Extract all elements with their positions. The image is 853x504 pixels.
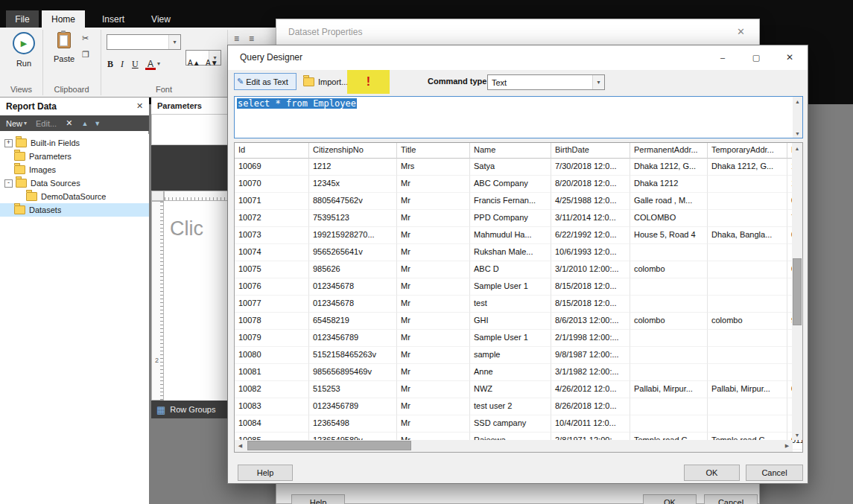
scroll-up-icon[interactable]: ▲ [793, 97, 802, 106]
delete-button[interactable]: ✕ [66, 118, 72, 128]
font-name-combo[interactable]: ▾ [107, 34, 181, 50]
align-center-button[interactable]: ≡ [249, 34, 261, 44]
close-button[interactable]: ✕ [776, 47, 804, 68]
table-row[interactable]: 10073199215928270...MrMahmudul Ha...6/22… [235, 227, 802, 244]
table-cell [630, 415, 708, 433]
query-editor-scrollbar[interactable]: ▲ ▼ [793, 97, 802, 138]
new-button[interactable]: New [6, 119, 22, 128]
table-row[interactable]: 1007865458219MrGHI8/6/2013 12:00:...colo… [235, 313, 802, 330]
tree-item-parameters[interactable]: Parameters [0, 150, 149, 163]
minimize-button[interactable]: – [708, 47, 737, 68]
column-header[interactable]: TemporaryAddr... [708, 143, 787, 159]
scroll-left-icon[interactable]: ◀ [235, 440, 246, 452]
tree-item-demodatasource[interactable]: DemoDataSource [0, 190, 149, 203]
parameters-list[interactable] [151, 114, 231, 145]
grow-font-button[interactable]: A▲ [188, 59, 204, 71]
move-up-button[interactable]: ▲ [81, 120, 88, 127]
table-cell: 1212 [309, 159, 397, 176]
table-row[interactable]: 100691212MrsSatya7/30/2018 12:0...Dhaka … [235, 159, 802, 176]
font-color-dropdown[interactable]: ▾ [157, 60, 165, 71]
dataset-properties-help-button[interactable]: Help [291, 494, 345, 504]
ribbon-tab-home[interactable]: Home [42, 10, 85, 28]
run-button[interactable]: ▶ Run [7, 32, 40, 81]
table-row[interactable]: 10076012345678MrSample User 18/15/2018 1… [235, 278, 802, 296]
edit-as-text-button[interactable]: ✎ Edit as Text [234, 73, 297, 90]
column-header[interactable]: Id [235, 143, 309, 159]
canvas-title-placeholder[interactable]: Clic [170, 217, 203, 240]
tree-item-datasets[interactable]: Datasets [0, 203, 149, 217]
table-row[interactable]: 10081985656895469vMrAnne3/1/1982 12:00:.… [235, 364, 802, 381]
table-row[interactable]: 100749565265641vMrRukshan Male...10/6/19… [235, 244, 802, 261]
ribbon-tab-view[interactable]: View [143, 10, 179, 28]
run-query-button[interactable]: ! [367, 75, 370, 89]
table-row[interactable]: 100830123456789Mrtest user 28/26/2018 12… [235, 398, 802, 415]
close-icon[interactable]: ✕ [737, 26, 745, 37]
cut-button[interactable]: ✂ [82, 34, 95, 45]
italic-button[interactable]: I [121, 59, 130, 71]
bold-button[interactable]: B [107, 59, 118, 71]
expand-icon[interactable]: + [4, 139, 13, 147]
query-text-editor[interactable]: select * from Employee ▲ ▼ [234, 96, 803, 138]
dataset-properties-ok-button[interactable]: OK [643, 494, 697, 504]
design-canvas[interactable]: Clic [164, 201, 231, 401]
tree-item-images[interactable]: Images [0, 163, 149, 176]
query-designer-titlebar[interactable]: Query Designer – ▢ ✕ [228, 45, 808, 70]
copy-button[interactable]: ❐ [82, 50, 95, 62]
scroll-down-icon[interactable]: ▼ [793, 129, 802, 138]
maximize-button[interactable]: ▢ [742, 47, 770, 68]
command-type-select[interactable]: Text ▾ [487, 74, 605, 90]
table-row[interactable]: 100718805647562vMrFrancis Fernan...4/25/… [235, 193, 802, 210]
tree-item-data-sources[interactable]: -Data Sources [0, 176, 149, 190]
tree-item-label: Images [29, 165, 56, 174]
close-icon[interactable]: ✕ [136, 101, 143, 111]
shrink-font-button[interactable]: A▼ [206, 59, 222, 71]
scroll-up-icon[interactable]: ▲ [792, 143, 802, 153]
dataset-properties-title: Dataset Properties [288, 27, 362, 37]
tree-item-built-in-fields[interactable]: +Built-in Fields [0, 136, 149, 150]
table-cell [708, 244, 787, 261]
grid-vertical-scrollbar[interactable]: ▲ ▼ [792, 143, 802, 440]
table-row[interactable]: 100805152158465263vMrsample9/8/1987 12:0… [235, 347, 802, 364]
align-left-button[interactable]: ≡ [234, 34, 246, 44]
column-header[interactable]: CitizenshipNo [309, 143, 397, 159]
help-button[interactable]: Help [238, 465, 293, 481]
move-down-button[interactable]: ▼ [94, 120, 101, 127]
table-row[interactable]: 10082515253MrNWZ4/26/2012 12:0...Pallabi… [235, 381, 802, 398]
dataset-properties-cancel-button[interactable]: Cancel [704, 494, 758, 504]
column-header[interactable]: BirthDate [551, 143, 630, 159]
chevron-down-icon[interactable]: ▾ [592, 75, 604, 89]
chevron-down-icon[interactable]: ▾ [168, 35, 180, 49]
scroll-right-icon[interactable]: ▶ [781, 440, 793, 452]
column-header[interactable]: Title [397, 143, 470, 159]
chevron-down-icon[interactable]: ▾ [24, 120, 27, 127]
dataset-properties-titlebar[interactable]: Dataset Properties ✕ [276, 19, 759, 45]
table-row[interactable]: 1008412365498MrSSD campany10/4/2011 12:0… [235, 415, 802, 433]
font-color-button[interactable]: A [145, 59, 156, 71]
column-header[interactable]: Name [470, 143, 551, 159]
cancel-button[interactable]: Cancel [746, 465, 803, 481]
views-group-label: Views [0, 85, 42, 94]
horizontal-scroll-thumb[interactable] [247, 441, 411, 450]
import-button[interactable]: Import... [302, 73, 354, 90]
table-row[interactable]: 1007275395123MrPPD Company3/11/2014 12:0… [235, 210, 802, 227]
grid-horizontal-scrollbar[interactable]: ◀ ▶ [235, 440, 793, 452]
table-row[interactable]: 10077012345678Mrtest8/15/2018 12:0... [235, 296, 802, 313]
paste-button[interactable]: Paste [49, 32, 79, 81]
ok-button[interactable]: OK [684, 465, 740, 481]
scroll-down-icon[interactable]: ▼ [792, 430, 802, 440]
collapse-icon[interactable]: - [4, 179, 13, 188]
column-header[interactable]: PermanentAddr... [630, 143, 708, 159]
table-cell: 75395123 [309, 210, 397, 227]
edit-button[interactable]: Edit... [36, 119, 57, 128]
ribbon-tab-insert[interactable]: Insert [92, 10, 134, 28]
ribbon-tab-file[interactable]: File [6, 10, 39, 28]
table-row[interactable]: 10075985626MrABC D3/1/2010 12:00:...colo… [235, 261, 802, 278]
underline-button[interactable]: U [132, 59, 141, 71]
table-row[interactable]: 1007012345xMrABC Company8/20/2018 12:0..… [235, 176, 802, 193]
table-cell: Dhaka, Bangla... [708, 227, 787, 244]
report-data-tree: +Built-in FieldsParametersImages-Data So… [0, 134, 149, 504]
tree-item-label: DemoDataSource [41, 192, 106, 201]
font-color-letter: A [148, 59, 153, 69]
table-row[interactable]: 100790123456789MrSample User 12/1/1998 1… [235, 330, 802, 347]
vertical-scroll-thumb[interactable] [793, 258, 802, 325]
